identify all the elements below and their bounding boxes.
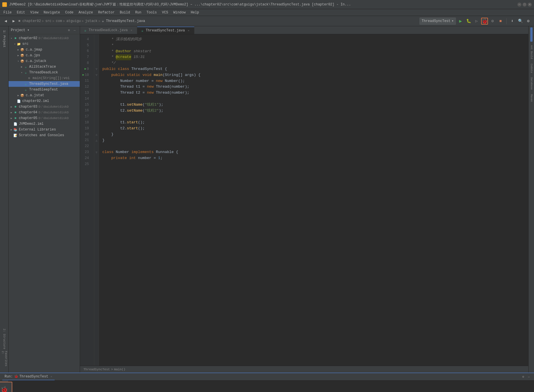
tab-threadsynctest[interactable]: ☕ ThreadSyncTest.java ✕ bbox=[137, 27, 194, 34]
toolbar-back-button[interactable]: ◀ bbox=[2, 18, 9, 25]
menu-run[interactable]: Run bbox=[133, 10, 144, 15]
menu-view[interactable]: View bbox=[28, 10, 41, 15]
coverage-button[interactable]: ▷ bbox=[473, 18, 480, 25]
breadcrumb-arrow: > bbox=[111, 368, 113, 371]
debug-button[interactable]: 🐛 bbox=[465, 18, 472, 25]
sidebar-database[interactable]: Database bbox=[529, 75, 533, 92]
gutter-21-fold[interactable]: △ bbox=[94, 138, 99, 144]
tree-item-external-libraries[interactable]: ▶ 📚 External Libraries bbox=[9, 127, 80, 132]
tree-item-src[interactable]: ▾ 📁 src bbox=[9, 41, 80, 47]
tree-item-threaddeadlock[interactable]: ▾ ☕ ThreadDeadLock bbox=[9, 70, 80, 75]
code-line-4: * 演示线程的同步 bbox=[102, 37, 525, 43]
sidebar-maven[interactable]: Maven bbox=[529, 92, 533, 104]
run-with-profiler-button[interactable]: ⚙ bbox=[489, 18, 496, 25]
close-button[interactable]: ✕ bbox=[528, 3, 532, 7]
breadcrumb-atguigu[interactable]: atguigu bbox=[66, 19, 81, 23]
menu-edit[interactable]: Edit bbox=[15, 10, 27, 15]
menu-refactor[interactable]: Refactor bbox=[96, 10, 117, 15]
menu-navigate[interactable]: Navigate bbox=[41, 10, 62, 15]
tree-item-jvmdemo2iml[interactable]: 📄 JVMDemo2.iml bbox=[9, 121, 80, 127]
maximize-button[interactable]: □ bbox=[523, 3, 527, 7]
tree-item-jmap[interactable]: ▶ 📦 c.a.jmap bbox=[9, 47, 80, 53]
run-indicator-10[interactable]: ▶ bbox=[83, 73, 84, 77]
menu-help[interactable]: Help bbox=[188, 10, 201, 15]
bottom-tab-run[interactable]: Run: 🐞 ThreadSyncTest ✕ bbox=[2, 373, 55, 380]
code-editor: 4 5 6 7 8 ▶ 9 ▶ 10 11 12 13 14 15 16 bbox=[80, 34, 528, 366]
breadcrumb-src[interactable]: src bbox=[45, 19, 51, 23]
run-config-selector[interactable]: ThreadSyncTest ▾ bbox=[419, 17, 456, 25]
tree-item-jstack[interactable]: ▾ 📦 c.a.jstack bbox=[9, 58, 80, 64]
toolbar-forward-button[interactable]: ▶ bbox=[10, 18, 17, 25]
tree-item-main-method[interactable]: m main(String[]):voi bbox=[9, 75, 80, 81]
bottom-tab-run-config: ThreadSyncTest bbox=[19, 375, 48, 379]
line-num-24: 24 bbox=[80, 155, 91, 161]
project-panel-minimize[interactable]: — bbox=[72, 27, 77, 33]
tree-item-chapter05[interactable]: ▶ ■ chapter05 D:\BaiduNetdiskD bbox=[9, 115, 80, 121]
project-panel-header: Project ▾ ⚙ — bbox=[9, 26, 80, 34]
editor-breadcrumb: ThreadSyncTest > main() bbox=[80, 366, 528, 373]
tree-item-chapter02iml[interactable]: 📄 chapter02.iml bbox=[9, 98, 80, 104]
gutter-12 bbox=[94, 84, 99, 90]
sidebar-toggle-project[interactable]: 1: Project bbox=[1, 27, 7, 50]
project-panel-gear[interactable]: ⚙ bbox=[66, 27, 72, 33]
gutter-20-fold[interactable]: △ bbox=[94, 132, 99, 138]
tree-item-chapter03[interactable]: ▶ ■ chapter03 D:\BaiduNetdiskD bbox=[9, 104, 80, 110]
code-line-23: class Number implements Runnable { bbox=[102, 149, 525, 155]
tree-arrow-chapter04: ▶ bbox=[10, 111, 13, 114]
stop-button[interactable]: ■ bbox=[497, 18, 504, 25]
breadcrumb-file[interactable]: ☕ ThreadSyncTest.java bbox=[102, 19, 145, 23]
menu-window[interactable]: Window bbox=[171, 10, 188, 15]
tree-item-chapter04[interactable]: ▶ ■ chapter04 D:\BaiduNetdiskD bbox=[9, 110, 80, 115]
class-icon-treadsleeptest: ☕ bbox=[23, 87, 28, 92]
gutter-10-fold[interactable]: ▽ bbox=[94, 72, 99, 78]
tree-item-threadsynctest[interactable]: ☕ ThreadSyncTest.java bbox=[9, 81, 80, 87]
sidebar-toggle-favorites[interactable]: 2: Favorites bbox=[1, 351, 7, 371]
breadcrumb-jstack[interactable]: jstack bbox=[85, 19, 97, 23]
bottom-panel-settings[interactable]: ⚙ bbox=[520, 374, 526, 380]
minimize-button[interactable]: — bbox=[517, 3, 521, 7]
menu-vcs[interactable]: VCS bbox=[160, 10, 171, 15]
bottom-panel-minimize[interactable]: — bbox=[526, 374, 532, 380]
menu-code[interactable]: Code bbox=[63, 10, 76, 15]
run-indicator-9[interactable]: ▶ bbox=[85, 67, 86, 71]
tree-item-jps[interactable]: ▶ 📦 c.a.jps bbox=[9, 53, 80, 58]
tab-close-synctest[interactable]: ✕ bbox=[187, 29, 191, 33]
project-panel: Project ▾ ⚙ — ▾ ■ chapter02 D:\BaiduNetd… bbox=[9, 26, 80, 373]
sidebar-ant-build[interactable]: Ant Build bbox=[529, 43, 533, 61]
bottom-tab-run-close[interactable]: ✕ bbox=[51, 375, 52, 378]
tree-item-chapter02[interactable]: ▾ ■ chapter02 D:\BaiduNetdiskD bbox=[9, 35, 80, 41]
tree-item-jstat[interactable]: ▶ 📦 c.a.jstat bbox=[9, 93, 80, 98]
breadcrumb-com[interactable]: com bbox=[56, 19, 62, 23]
menu-tools[interactable]: Tools bbox=[144, 10, 159, 15]
breadcrumb-chapter02[interactable]: ■ chapter02 bbox=[18, 19, 41, 23]
menu-file[interactable]: File bbox=[1, 10, 14, 15]
settings-button[interactable]: ⚙ bbox=[525, 18, 532, 25]
folder-icon-external: 📚 bbox=[13, 127, 18, 132]
profiler-button[interactable]: 🐞 bbox=[481, 18, 488, 25]
menu-build[interactable]: Build bbox=[117, 10, 132, 15]
gutter-23-fold[interactable]: ▽ bbox=[94, 149, 99, 155]
menu-analyze[interactable]: Analyze bbox=[76, 10, 95, 15]
tree-item-treadsleeptest[interactable]: ☕ TreadSleepTest bbox=[9, 87, 80, 93]
line-num-10: ▶ 10 bbox=[80, 72, 91, 78]
sidebar-codota[interactable]: Codota bbox=[529, 61, 533, 75]
code-line-14 bbox=[102, 96, 525, 102]
update-project-button[interactable]: ⬇ bbox=[509, 18, 516, 25]
gutter-16 bbox=[94, 108, 99, 114]
code-content[interactable]: * 演示线程的同步 * * @author shkstart * @create… bbox=[99, 34, 528, 366]
tree-item-scratches[interactable]: 📝 Scratches and Consoles bbox=[9, 132, 80, 138]
main-layout: 1: Project 2: Structure 2: Favorites Pro… bbox=[0, 26, 534, 373]
method-icon-main: m bbox=[27, 76, 31, 81]
search-everywhere-button[interactable]: 🔍 bbox=[517, 18, 524, 25]
left-sidebar-icons: 1: Project 2: Structure 2: Favorites bbox=[0, 26, 9, 373]
run-config-arrow: ▾ bbox=[452, 19, 454, 23]
tab-close-deadlock[interactable]: ✕ bbox=[129, 28, 134, 32]
tree-item-allstacktrace[interactable]: ▶ ☕ AllStackTrace bbox=[9, 64, 80, 70]
tab-threaddeadlock[interactable]: ☕ ThreadDeadLock.java ✕ bbox=[80, 27, 137, 34]
module-icon-chapter02: ■ bbox=[13, 36, 18, 41]
gutter-9-fold[interactable]: ▽ bbox=[94, 66, 99, 72]
code-line-5: * bbox=[102, 43, 525, 49]
run-button[interactable]: ▶ bbox=[457, 18, 464, 25]
sidebar-toggle-structure[interactable]: 2: Structure bbox=[1, 327, 7, 350]
code-line-25 bbox=[102, 161, 525, 167]
